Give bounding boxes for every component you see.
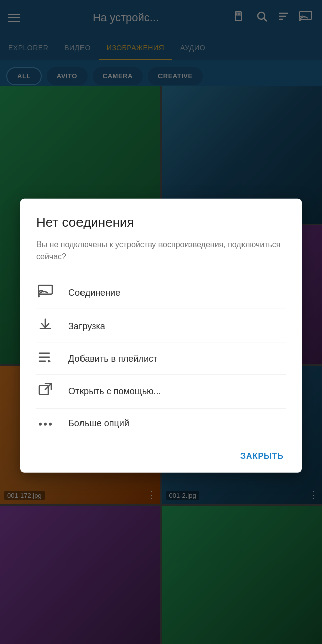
dialog-actions: ЗАКРЫТЬ (36, 438, 286, 465)
dialog-item-open-with[interactable]: Открыть с помощью... (36, 375, 286, 408)
dialog-item-download[interactable]: Загрузка (36, 309, 286, 343)
dialog-item-playlist[interactable]: Добавить в плейлист (36, 343, 286, 374)
open-with-icon (36, 383, 54, 400)
dialog-item-download-label: Загрузка (68, 320, 105, 331)
download-icon (36, 317, 54, 335)
playlist-icon (36, 351, 54, 366)
more-icon (36, 417, 54, 430)
no-connection-dialog: Нет соединения Вы не подключены к устрой… (20, 199, 302, 473)
dialog-item-more[interactable]: Больше опций (36, 409, 286, 438)
dialog-close-button[interactable]: ЗАКРЫТЬ (238, 448, 286, 465)
svg-rect-18 (39, 386, 48, 395)
dialog-subtitle: Вы не подключены к устройству воспроизве… (36, 238, 286, 263)
svg-point-21 (44, 423, 47, 426)
dialog-title: Нет соединения (36, 215, 286, 230)
svg-point-20 (39, 423, 42, 426)
svg-point-22 (49, 423, 52, 426)
dialog-item-more-label: Больше опций (68, 418, 129, 428)
dialog-item-open-with-label: Открыть с помощью... (68, 386, 162, 396)
dialog-item-playlist-label: Добавить в плейлист (68, 353, 157, 364)
svg-marker-17 (48, 360, 51, 363)
dialog-item-connection-label: Соединение (68, 287, 120, 298)
svg-point-13 (38, 295, 40, 297)
dialog-item-connection[interactable]: Соединение (36, 277, 286, 309)
cast-icon-dialog (36, 285, 54, 301)
